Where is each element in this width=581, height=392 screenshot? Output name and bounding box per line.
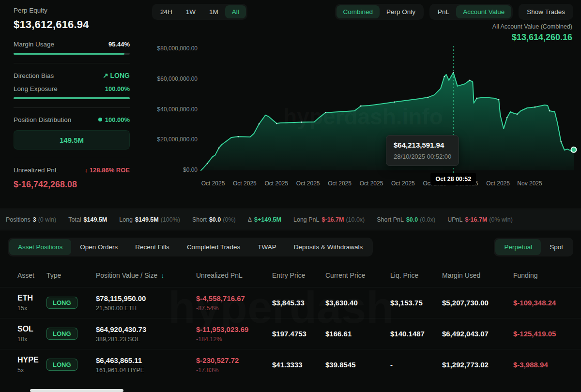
margin-usage-label: Margin Usage — [14, 41, 54, 48]
time-filter-group: 24H1W1MAll — [152, 4, 247, 20]
long-badge: LONG — [46, 328, 77, 340]
chart-toolbar: 24H1W1MAll CombinedPerp Only PnLAccount … — [145, 4, 581, 20]
column-header-asset[interactable]: Asset — [17, 271, 46, 279]
column-header-funding[interactable]: Funding — [513, 271, 581, 279]
roe-value: 128.86% ROE — [90, 166, 130, 174]
top-section: Perp Equity $13,612,616.94 Margin Usage … — [0, 0, 581, 209]
perp-equity-value: $13,612,616.94 — [14, 18, 130, 31]
time-filter-all[interactable]: All — [225, 5, 246, 18]
tab-deposits-withdrawals[interactable]: Deposits & Withdrawals — [285, 239, 372, 255]
horizontal-scrollbar-thumb[interactable] — [30, 389, 123, 392]
column-header-position-value-size[interactable]: Position Value / Size↓ — [96, 271, 196, 279]
arrow-down-icon: ↓ — [85, 166, 88, 174]
tab-open-orders[interactable]: Open Orders — [71, 239, 126, 255]
direction-bias-label: Direction Bias — [14, 72, 54, 79]
x-tick-label: Nov 2025 — [510, 180, 549, 187]
sort-descending-icon: ↓ — [161, 271, 164, 279]
crosshair-date-label: Oct 28 00:52 — [430, 173, 476, 185]
divider — [14, 107, 130, 108]
y-tick-label: $80,000,000.00 — [145, 45, 198, 52]
summary-positions: Positions3(0 win) — [6, 216, 56, 223]
y-tick-label: $60,000,000.00 — [145, 75, 198, 82]
long-exposure-bar — [14, 97, 130, 99]
tab-twap[interactable]: TWAP — [249, 239, 285, 255]
chart-tooltip: $64,213,591.94 28/10/2025 00:52:00 — [386, 135, 459, 166]
summary-long-pnl: Long PnL$-16.7M(10.0x) — [293, 216, 365, 223]
market-tabs: PerpetualSpot — [494, 238, 573, 256]
summary-upnl: UPnL$-16.7M(0% win) — [447, 216, 513, 223]
column-header-type[interactable]: Type — [46, 271, 96, 279]
y-tick-label: $0.00 — [145, 166, 198, 173]
positions-table: hyperdash AssetTypePosition Value / Size… — [0, 263, 581, 380]
summary-: Δ$+149.5M — [248, 216, 281, 223]
trend-up-icon: ↗ — [103, 72, 108, 79]
long-badge: LONG — [46, 297, 77, 309]
table-body: ETH15xLONG$78,115,950.0021,500.00 ETH$-4… — [0, 287, 581, 380]
mode-filter-perp-only[interactable]: Perp Only — [380, 5, 422, 18]
account-stats-panel: Perp Equity $13,612,616.94 Margin Usage … — [0, 0, 145, 209]
chart-panel: 24H1W1MAll CombinedPerp Only PnLAccount … — [145, 0, 581, 209]
account-value-chart[interactable]: hyperdash.info $80,000,000.00$60,000,000… — [145, 42, 581, 201]
time-filter-1w[interactable]: 1W — [179, 5, 202, 18]
view-filter-pnl[interactable]: PnL — [431, 5, 456, 18]
margin-usage-bar — [14, 53, 130, 55]
tab-recent-fills[interactable]: Recent Fills — [126, 239, 178, 255]
column-header-liq-price[interactable]: Liq. Price — [390, 271, 442, 279]
direction-bias-value: LONG — [110, 72, 130, 79]
tab-asset-positions[interactable]: Asset Positions — [9, 239, 71, 255]
area-chart-svg — [145, 42, 581, 177]
position-distribution-value: 100.00% — [105, 116, 130, 123]
column-header-current-price[interactable]: Current Price — [325, 271, 390, 279]
tab-completed-trades[interactable]: Completed Trades — [178, 239, 249, 255]
margin-usage-value: 95.44% — [108, 41, 130, 48]
view-filter-account-value[interactable]: Account Value — [456, 5, 511, 18]
long-exposure-label: Long Exposure — [14, 85, 58, 92]
summary-short-pnl: Short PnL$0.0(0.0x) — [377, 216, 435, 223]
table-header: AssetTypePosition Value / Size↓Unrealize… — [0, 263, 581, 287]
distribution-box[interactable]: 149.5M — [14, 130, 130, 150]
section-tabs: Asset PositionsOpen OrdersRecent FillsCo… — [8, 238, 373, 256]
long-exposure-value: 100.00% — [105, 85, 130, 92]
divider — [14, 63, 130, 63]
summary-long: Long$149.5M(100%) — [119, 216, 180, 223]
long-badge: LONG — [46, 359, 77, 371]
time-filter-1m[interactable]: 1M — [202, 5, 225, 18]
market-tab-perpetual[interactable]: Perpetual — [495, 239, 541, 255]
position-row-hype[interactable]: HYPE5xLONG$6,463,865.11161,961.04 HYPE$-… — [0, 349, 581, 380]
unrealized-pnl-label: Unrealized PnL — [14, 166, 58, 174]
tooltip-time: 28/10/2025 00:52:00 — [394, 153, 451, 160]
tooltip-value: $64,213,591.94 — [394, 141, 451, 149]
trades-filter-group: Show Trades — [519, 4, 573, 20]
trading-dashboard: { "icons": { "trend_up": "↗", "arrow_dow… — [0, 0, 581, 392]
toggle-show-trades[interactable]: Show Trades — [520, 5, 572, 18]
market-tab-spot[interactable]: Spot — [541, 239, 572, 255]
account-value-amount: $13,614,260.16 — [492, 32, 572, 43]
tabs-row: Asset PositionsOpen OrdersRecent FillsCo… — [0, 230, 581, 263]
position-row-sol[interactable]: SOL10xLONG$64,920,430.73389,281.23 SOL$-… — [0, 318, 581, 349]
position-row-eth[interactable]: ETH15xLONG$78,115,950.0021,500.00 ETH$-4… — [0, 287, 581, 318]
y-tick-label: $40,000,000.00 — [145, 106, 198, 113]
view-filter-group: PnLAccount Value — [429, 4, 513, 20]
column-header-margin-used[interactable]: Margin Used — [442, 271, 513, 279]
unrealized-pnl-value: $-16,742,268.08 — [14, 180, 130, 190]
account-value-label: All Account Value (Combined) — [492, 23, 572, 30]
distribution-box-value: 149.5M — [60, 136, 84, 144]
account-value-header: All Account Value (Combined) $13,614,260… — [492, 23, 572, 43]
perp-equity-label: Perp Equity — [14, 7, 130, 14]
summary-short: Short$0.0(0%) — [192, 216, 236, 223]
column-header-unrealized-pnl[interactable]: Unrealized PnL — [196, 271, 272, 279]
mode-filter-group: CombinedPerp Only — [335, 4, 424, 20]
column-header-entry-price[interactable]: Entry Price — [272, 271, 325, 279]
positions-summary: Positions3(0 win)Total$149.5MLong$149.5M… — [0, 209, 581, 230]
time-filter-24h[interactable]: 24H — [153, 5, 179, 18]
green-dot-icon — [98, 118, 102, 121]
divider — [14, 158, 130, 158]
position-distribution-label: Position Distribution — [14, 116, 71, 123]
y-tick-label: $20,000,000.00 — [145, 136, 198, 143]
mode-filter-combined[interactable]: Combined — [336, 5, 380, 18]
summary-total: Total$149.5M — [68, 216, 107, 223]
